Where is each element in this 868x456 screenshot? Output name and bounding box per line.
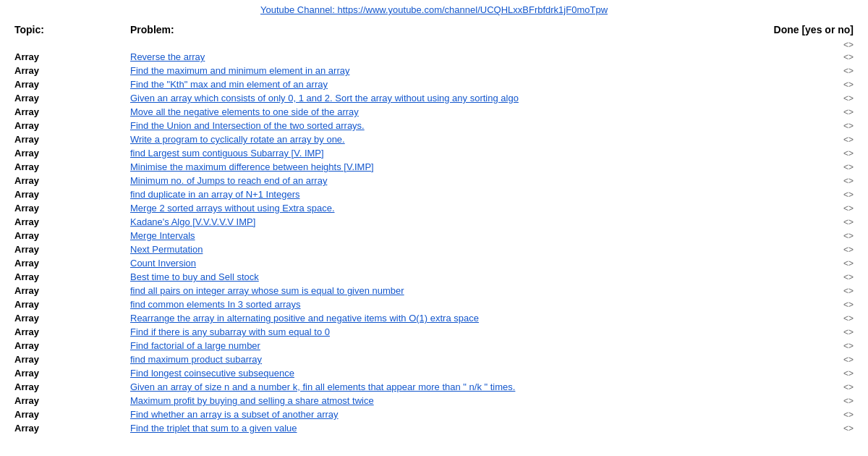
problem-link[interactable]: find all pairs on integer array whose su… <box>130 285 404 296</box>
topic-cell: Array <box>14 270 130 284</box>
problem-cell: Find the Union and Intersection of the t… <box>130 119 723 132</box>
topic-cell: Array <box>14 64 130 77</box>
table-body: ArrayReverse the array<>ArrayFind the ma… <box>14 50 854 435</box>
header-link-container: Youtube Channel: https://www.youtube.com… <box>0 0 868 21</box>
topic-cell: Array <box>14 132 130 146</box>
topic-cell: Array <box>14 256 130 270</box>
problem-cell: Find longest coinsecutive subsequence <box>130 366 723 380</box>
topic-cell: Array <box>14 311 130 325</box>
topic-cell: Array <box>14 215 130 229</box>
table-row: Arrayfind all pairs on integer array who… <box>14 284 854 297</box>
problem-cell: Find if there is any subarray with sum e… <box>130 325 723 339</box>
table-row: ArrayBest time to buy and Sell stock<> <box>14 270 854 284</box>
done-cell: <> <box>723 408 854 421</box>
table-row: Arrayfind common elements In 3 sorted ar… <box>14 297 854 311</box>
topic-cell: Array <box>14 77 130 91</box>
table-row: ArrayFind whether an array is a subset o… <box>14 408 854 421</box>
table-row: ArrayRearrange the array in alternating … <box>14 311 854 325</box>
table-row: ArrayMaximum profit by buying and sellin… <box>14 394 854 408</box>
problem-link[interactable]: Best time to buy and Sell stock <box>130 271 259 282</box>
done-cell: <> <box>723 64 854 77</box>
problem-link[interactable]: Merge Intervals <box>130 230 195 241</box>
table-row: ArrayFind the maximum and minimum elemen… <box>14 64 854 77</box>
table-row: ArrayFind the "Kth" max and min element … <box>14 77 854 91</box>
topic-cell: Array <box>14 421 130 435</box>
table-row: ArrayGiven an array which consists of on… <box>14 91 854 105</box>
done-cell: <> <box>723 270 854 284</box>
problem-link[interactable]: Reverse the array <box>130 51 205 62</box>
col-header-topic: Topic: <box>14 21 130 40</box>
done-cell: <> <box>723 325 854 339</box>
problems-table: Topic: Problem: Done [yes or no] <> Arra… <box>14 21 854 435</box>
done-cell: <> <box>723 187 854 201</box>
done-cell: <> <box>723 380 854 394</box>
problem-link[interactable]: Find the "Kth" max and min element of an… <box>130 79 328 90</box>
problem-link[interactable]: Rearrange the array in alternating posit… <box>130 313 479 324</box>
problem-link[interactable]: find duplicate in an array of N+1 Intege… <box>130 189 300 200</box>
topic-cell: Array <box>14 160 130 174</box>
done-cell: <> <box>723 256 854 270</box>
problem-link[interactable]: Count Inversion <box>130 258 196 269</box>
table-container: Topic: Problem: Done [yes or no] <> Arra… <box>0 21 868 435</box>
problem-cell: Minimise the maximum difference between … <box>130 160 723 174</box>
problem-link[interactable]: Find the maximum and minimum element in … <box>130 65 349 76</box>
done-cell: <> <box>723 201 854 215</box>
table-row: Arrayfind Largest sum contiguous Subarra… <box>14 146 854 160</box>
problem-link[interactable]: find maximum product subarray <box>130 354 262 365</box>
problem-cell: Next Permutation <box>130 242 723 256</box>
topic-cell: Array <box>14 105 130 119</box>
problem-cell: Count Inversion <box>130 256 723 270</box>
problem-cell: find maximum product subarray <box>130 352 723 366</box>
topic-cell: Array <box>14 352 130 366</box>
problem-cell: Maximum profit by buying and selling a s… <box>130 394 723 408</box>
table-row: ArrayMerge Intervals<> <box>14 229 854 242</box>
problem-link[interactable]: Find the Union and Intersection of the t… <box>130 120 365 131</box>
table-row: ArrayMinimise the maximum difference bet… <box>14 160 854 174</box>
problem-cell: Find whether an array is a subset of ano… <box>130 408 723 421</box>
problem-link[interactable]: Merge 2 sorted arrays without using Extr… <box>130 203 335 214</box>
problem-link[interactable]: Find longest coinsecutive subsequence <box>130 368 294 379</box>
problem-cell: Write a program to cyclically rotate an … <box>130 132 723 146</box>
topic-cell: Array <box>14 297 130 311</box>
done-cell: <> <box>723 339 854 352</box>
problem-link[interactable]: Find the triplet that sum to a given val… <box>130 423 297 434</box>
table-row: ArrayFind if there is any subarray with … <box>14 325 854 339</box>
problem-link[interactable]: find common elements In 3 sorted arrays <box>130 299 301 310</box>
problem-cell: Find the triplet that sum to a given val… <box>130 421 723 435</box>
problem-cell: Minimum no. of Jumps to reach end of an … <box>130 174 723 187</box>
problem-link[interactable]: Minimum no. of Jumps to reach end of an … <box>130 175 327 186</box>
problem-link[interactable]: find Largest sum contiguous Subarray [V.… <box>130 148 324 159</box>
problem-link[interactable]: Find factorial of a large number <box>130 340 260 351</box>
done-cell: <> <box>723 160 854 174</box>
youtube-channel-link[interactable]: Youtube Channel: https://www.youtube.com… <box>260 4 608 15</box>
problem-cell: Find factorial of a large number <box>130 339 723 352</box>
problem-link[interactable]: Move all the negative elements to one si… <box>130 106 359 117</box>
done-cell: <> <box>723 229 854 242</box>
problem-link[interactable]: Given an array which consists of only 0,… <box>130 93 519 104</box>
table-row: ArrayNext Permutation<> <box>14 242 854 256</box>
done-cell: <> <box>723 366 854 380</box>
table-row: Arrayfind duplicate in an array of N+1 I… <box>14 187 854 201</box>
problem-cell: Find the "Kth" max and min element of an… <box>130 77 723 91</box>
done-arrows-header-row: <> <box>14 40 854 50</box>
topic-cell: Array <box>14 187 130 201</box>
problem-link[interactable]: Find if there is any subarray with sum e… <box>130 326 330 337</box>
problem-link[interactable]: Find whether an array is a subset of ano… <box>130 409 339 420</box>
problem-link[interactable]: Maximum profit by buying and selling a s… <box>130 395 374 406</box>
problem-link[interactable]: Kadane's Algo [V.V.V.V.V IMP] <box>130 216 255 227</box>
problem-link[interactable]: Next Permutation <box>130 244 203 255</box>
done-cell: <> <box>723 132 854 146</box>
topic-cell: Array <box>14 394 130 408</box>
problem-cell: Find the maximum and minimum element in … <box>130 64 723 77</box>
table-row: ArrayFind factorial of a large number<> <box>14 339 854 352</box>
topic-cell: Array <box>14 146 130 160</box>
problem-cell: find common elements In 3 sorted arrays <box>130 297 723 311</box>
topic-cell: Array <box>14 284 130 297</box>
table-row: ArrayMinimum no. of Jumps to reach end o… <box>14 174 854 187</box>
done-cell: <> <box>723 77 854 91</box>
problem-link[interactable]: Given an array of size n and a number k,… <box>130 381 515 392</box>
topic-cell: Array <box>14 229 130 242</box>
problem-link[interactable]: Minimise the maximum difference between … <box>130 161 374 172</box>
done-cell: <> <box>723 146 854 160</box>
problem-link[interactable]: Write a program to cyclically rotate an … <box>130 134 345 145</box>
